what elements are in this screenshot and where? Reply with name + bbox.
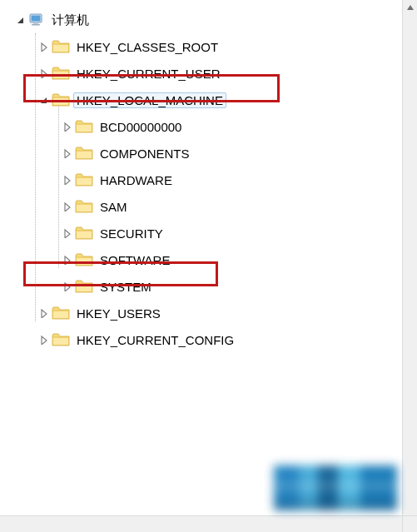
tree-label: HKEY_LOCAL_MACHINE [73, 92, 226, 108]
tree-label: HARDWARE [97, 172, 176, 188]
horizontal-scrollbar[interactable] [0, 515, 402, 532]
tree-item-software[interactable]: SOFTWARE [62, 246, 237, 273]
folder-icon [75, 226, 93, 241]
tree-item-components[interactable]: COMPONENTS [62, 140, 237, 167]
expander-icon[interactable] [62, 121, 73, 132]
tree-label: SAM [97, 199, 131, 215]
expander-icon[interactable] [38, 94, 50, 106]
tree-label: COMPONENTS [97, 146, 193, 162]
expander-icon[interactable] [38, 67, 50, 79]
expander-icon[interactable] [38, 334, 50, 346]
tree-label: SOFTWARE [97, 252, 173, 268]
folder-icon [75, 172, 93, 187]
expander-icon[interactable] [62, 147, 73, 159]
vertical-scrollbar[interactable] [402, 0, 417, 515]
folder-icon [52, 306, 70, 321]
expander-icon[interactable] [62, 254, 73, 266]
tree-label: HKEY_CLASSES_ROOT [73, 39, 221, 55]
tree-label: SYSTEM [97, 279, 155, 295]
tree-item-sam[interactable]: SAM [62, 193, 237, 220]
expander-icon[interactable] [62, 174, 73, 186]
folder-icon [52, 66, 70, 81]
expander-icon[interactable] [38, 307, 50, 319]
tree-item-bcd[interactable]: BCD00000000 [62, 113, 237, 140]
tree-label: SECURITY [97, 226, 166, 241]
tree-guide-line [35, 33, 36, 321]
tree-label: BCD00000000 [97, 119, 185, 135]
tree-item-computer[interactable]: 计算机 [15, 7, 237, 33]
tree-item-hkcu[interactable]: HKEY_CURRENT_USER [38, 60, 237, 87]
folder-icon [52, 92, 70, 107]
scrollbar-corner [402, 515, 417, 532]
tree-label: HKEY_USERS [73, 306, 164, 321]
expander-icon[interactable] [62, 227, 73, 239]
expander-icon[interactable] [62, 201, 73, 212]
watermark-image [274, 465, 397, 510]
computer-icon [28, 12, 45, 27]
tree-item-hklm[interactable]: HKEY_LOCAL_MACHINE [38, 87, 237, 113]
expander-icon[interactable] [38, 41, 50, 52]
tree-item-system[interactable]: SYSTEM [62, 273, 237, 300]
tree-item-hkcr[interactable]: HKEY_CLASSES_ROOT [38, 33, 237, 60]
tree-label: 计算机 [48, 12, 92, 29]
folder-icon [75, 279, 93, 294]
registry-tree: 计算机 HKEY_CLASSES_ROOT HKEY_CURRENT_USER … [15, 7, 237, 353]
tree-item-hku[interactable]: HKEY_USERS [38, 300, 237, 326]
scroll-up-icon[interactable] [403, 0, 417, 15]
tree-guide-line-sub [58, 102, 59, 268]
folder-icon [75, 252, 93, 267]
tree-item-hkcc[interactable]: HKEY_CURRENT_CONFIG [38, 326, 237, 353]
folder-icon [75, 199, 93, 214]
tree-item-hardware[interactable]: HARDWARE [62, 167, 237, 193]
folder-icon [52, 39, 70, 54]
tree-item-security[interactable]: SECURITY [62, 220, 237, 246]
folder-icon [52, 332, 70, 347]
expander-icon[interactable] [15, 14, 27, 26]
tree-label: HKEY_CURRENT_CONFIG [73, 332, 237, 348]
expander-icon[interactable] [62, 281, 73, 292]
folder-icon [75, 119, 93, 134]
tree-label: HKEY_CURRENT_USER [73, 66, 224, 82]
folder-icon [75, 146, 93, 161]
